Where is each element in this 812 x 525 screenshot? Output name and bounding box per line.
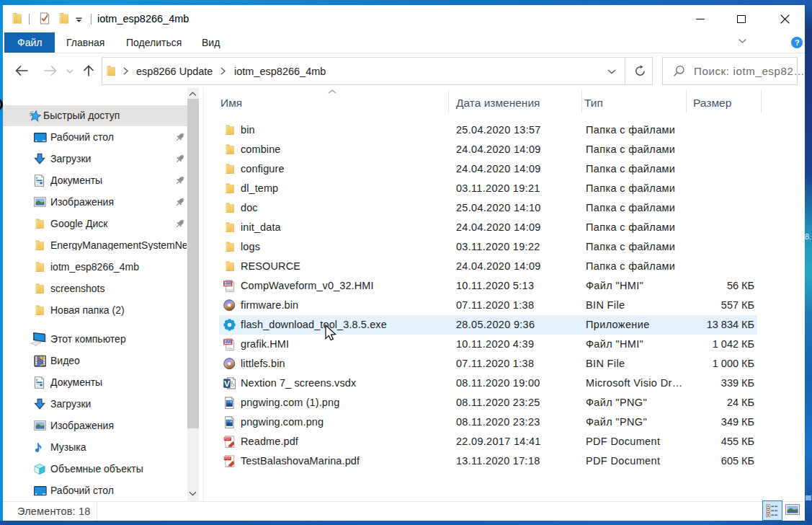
svg-text:HMI: HMI bbox=[224, 340, 232, 344]
svg-text:PDF: PDF bbox=[224, 456, 231, 460]
svg-text:PDF: PDF bbox=[224, 437, 231, 441]
svg-text:HMI: HMI bbox=[224, 281, 232, 286]
svg-text:V: V bbox=[224, 378, 230, 388]
